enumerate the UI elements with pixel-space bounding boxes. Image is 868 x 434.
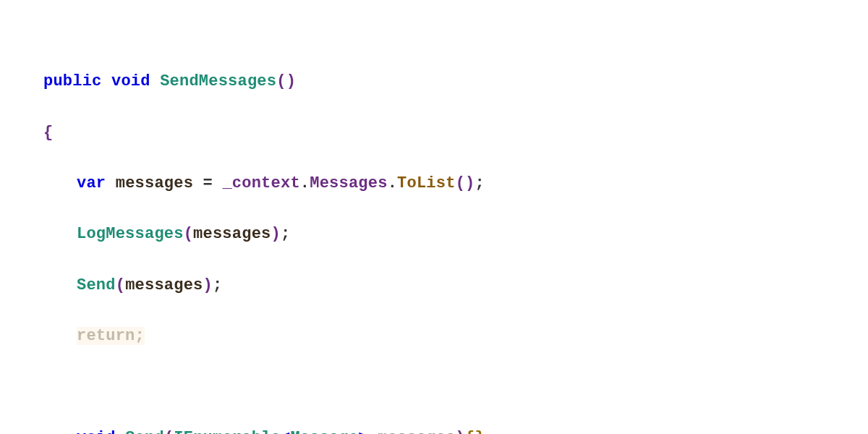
close-paren: ) xyxy=(286,72,296,90)
code-line-unreachable: return; xyxy=(43,323,868,349)
semicolon: ; xyxy=(213,276,222,294)
semicolon: ; xyxy=(475,174,485,192)
variable-name: messages xyxy=(116,174,193,192)
code-line: { xyxy=(43,120,868,145)
code-line: var messages = _context.Messages.ToList(… xyxy=(43,171,868,196)
open-brace: { xyxy=(465,429,475,434)
dot: . xyxy=(300,174,310,192)
equals-op: = xyxy=(203,174,213,192)
argument: messages xyxy=(193,225,271,243)
semicolon: ; xyxy=(281,225,290,243)
open-paren: ( xyxy=(276,72,286,90)
keyword-public: public xyxy=(43,72,102,90)
method-call: ToList xyxy=(397,174,456,192)
gt-icon: > xyxy=(358,429,367,434)
field-ref: _context xyxy=(222,174,299,192)
semicolon-dim: ; xyxy=(135,327,145,345)
close-paren: ) xyxy=(456,429,465,434)
code-line: public void SendMessages() xyxy=(43,69,868,94)
property-ref: Messages xyxy=(310,174,387,192)
open-paren: ( xyxy=(116,276,125,294)
close-paren: ) xyxy=(465,174,475,192)
lt-icon: < xyxy=(281,429,290,434)
keyword-return-dim: return xyxy=(77,327,135,345)
close-brace: } xyxy=(475,429,484,434)
code-editor[interactable]: public void SendMessages() { var message… xyxy=(0,0,868,434)
open-paren: ( xyxy=(184,225,193,243)
code-line-blank xyxy=(43,374,868,399)
close-paren: ) xyxy=(203,276,213,294)
open-paren: ( xyxy=(456,174,465,192)
param-name: messages xyxy=(378,429,455,434)
keyword-var: var xyxy=(77,174,106,192)
keyword-void-hint: void xyxy=(77,429,116,434)
open-brace: { xyxy=(43,124,53,142)
code-line: Send(messages); xyxy=(43,273,868,298)
generic-type: Message xyxy=(290,429,358,434)
dot: . xyxy=(388,174,397,192)
open-paren: ( xyxy=(164,429,174,434)
local-fn-name: Send xyxy=(125,429,164,434)
keyword-void: void xyxy=(111,72,150,90)
method-name: SendMessages xyxy=(160,72,276,90)
param-type: IEnumerable xyxy=(174,429,281,434)
close-paren: ) xyxy=(271,225,280,243)
code-line: void Send(IEnumerable<Message> messages)… xyxy=(43,425,868,434)
argument: messages xyxy=(125,276,203,294)
method-call: Send xyxy=(77,276,116,294)
code-line: LogMessages(messages); xyxy=(43,221,868,247)
method-call: LogMessages xyxy=(77,225,184,243)
